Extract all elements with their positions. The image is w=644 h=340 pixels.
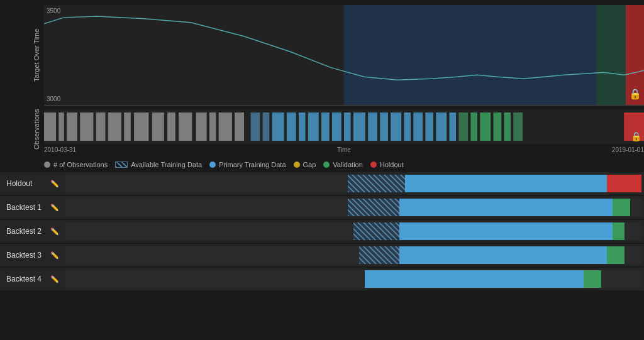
y-labels: Target Over Time Observations — [0, 5, 44, 157]
seg-hatch-2 — [353, 222, 399, 240]
legend-label-validation: Validation — [333, 161, 363, 168]
svg-rect-6 — [124, 112, 131, 141]
svg-rect-1 — [58, 112, 64, 141]
svg-rect-2 — [67, 112, 77, 141]
svg-rect-16 — [263, 112, 270, 141]
lock-icon-obs: 🔒 — [631, 131, 641, 141]
backtest-label-4: Backtest 4 — [0, 275, 50, 283]
bar-container-1 — [65, 199, 641, 216]
svg-rect-37 — [504, 112, 511, 141]
svg-rect-20 — [308, 112, 319, 141]
legend-label-holdout: Holdout — [380, 161, 404, 168]
legend-hatch-avail — [115, 162, 128, 168]
svg-rect-8 — [152, 112, 164, 141]
seg-blue-3 — [399, 246, 607, 264]
line-chart-svg — [44, 5, 644, 105]
backtest-row-3: Backtest 3✏️ — [0, 244, 644, 266]
backtest-row-0: Holdout✏️ — [0, 172, 644, 195]
svg-rect-29 — [413, 112, 423, 141]
edit-icon-4[interactable]: ✏️ — [50, 275, 65, 283]
svg-rect-11 — [196, 112, 207, 141]
seg-blue-0 — [405, 175, 607, 192]
legend-item-obs: # of Observations — [44, 161, 108, 168]
svg-rect-3 — [80, 112, 93, 141]
y-label-observations: Observations — [33, 111, 40, 148]
time-axis: 2010-03-31 Time 2019-01-01 — [44, 144, 644, 155]
svg-rect-14 — [235, 112, 244, 141]
backtest-label-0: Holdout — [0, 179, 50, 188]
obs-chart: 🔒 — [44, 109, 644, 144]
svg-rect-21 — [321, 112, 330, 141]
svg-rect-34 — [470, 112, 477, 141]
legend-dot-gap — [294, 162, 300, 168]
backtest-row-2: Backtest 2✏️ — [0, 220, 644, 243]
legend-item-holdout-legend: Holdout — [370, 161, 404, 168]
backtest-label-1: Backtest 1 — [0, 203, 50, 212]
bar-container-3 — [65, 246, 641, 264]
charts-section: Target Over Time Observations 3500 3000 … — [0, 0, 644, 157]
seg-green-3 — [607, 246, 624, 264]
legend-dot-obs — [44, 162, 50, 168]
svg-rect-7 — [134, 112, 148, 141]
legend-label-primary: Primary Training Data — [219, 161, 286, 168]
svg-rect-0 — [44, 112, 56, 141]
svg-rect-22 — [332, 112, 341, 141]
seg-blue-4 — [365, 270, 584, 288]
legend-dot-primary — [209, 162, 216, 168]
svg-rect-5 — [108, 112, 121, 141]
legend-item-primary: Primary Training Data — [209, 161, 286, 168]
backtest-label-2: Backtest 2 — [0, 227, 50, 236]
svg-rect-9 — [167, 112, 175, 141]
svg-rect-28 — [404, 112, 411, 141]
bar-container-4 — [65, 270, 641, 288]
legend-item-gap: Gap — [294, 161, 316, 168]
bar-container-0 — [65, 175, 641, 192]
seg-green-2 — [613, 222, 624, 240]
svg-rect-31 — [436, 112, 447, 141]
svg-rect-13 — [219, 112, 232, 141]
time-center: Time — [337, 146, 351, 153]
svg-rect-17 — [272, 112, 284, 141]
line-chart: 3500 3000 🔒 — [44, 5, 644, 106]
backtest-row-4: Backtest 4✏️ — [0, 268, 644, 290]
svg-rect-30 — [425, 112, 433, 141]
svg-rect-23 — [344, 112, 351, 141]
svg-rect-18 — [287, 112, 296, 141]
seg-hatch-0 — [348, 175, 406, 192]
legend-label-obs: # of Observations — [53, 161, 108, 168]
svg-rect-35 — [480, 112, 491, 141]
svg-rect-32 — [449, 112, 456, 141]
legend-dot-validation — [323, 162, 330, 168]
svg-rect-36 — [493, 112, 501, 141]
legend-label-avail: Available Training Data — [131, 161, 202, 168]
seg-blue-2 — [399, 222, 613, 240]
charts-area: 3500 3000 🔒 — [44, 5, 644, 157]
seg-green-4 — [584, 270, 601, 288]
svg-rect-33 — [458, 112, 468, 141]
obs-chart-svg — [44, 109, 644, 144]
main-container: Target Over Time Observations 3500 3000 … — [0, 0, 644, 340]
edit-icon-1[interactable]: ✏️ — [50, 204, 65, 212]
time-end: 2019-01-01 — [612, 146, 644, 153]
y-label-target: Target Over Time — [33, 5, 40, 106]
svg-rect-10 — [179, 112, 192, 141]
svg-rect-4 — [96, 112, 106, 141]
svg-rect-19 — [299, 112, 306, 141]
time-start: 2010-03-31 — [44, 146, 76, 153]
backtest-row-1: Backtest 1✏️ — [0, 196, 644, 219]
backtest-label-3: Backtest 3 — [0, 251, 50, 260]
svg-rect-27 — [391, 112, 401, 141]
legend-item-avail: Available Training Data — [115, 161, 202, 168]
edit-icon-3[interactable]: ✏️ — [50, 251, 65, 260]
edit-icon-0[interactable]: ✏️ — [50, 180, 65, 188]
edit-icon-2[interactable]: ✏️ — [50, 228, 65, 236]
svg-rect-24 — [353, 112, 365, 141]
legend-label-gap: Gap — [303, 161, 316, 168]
seg-green-1 — [613, 199, 630, 216]
svg-rect-12 — [209, 112, 216, 141]
seg-hatch-1 — [348, 199, 399, 216]
legend-item-validation: Validation — [323, 161, 363, 168]
svg-rect-15 — [251, 112, 260, 141]
seg-blue-1 — [399, 199, 613, 216]
backtests-section: Holdout✏️Backtest 1✏️Backtest 2✏️Backtes… — [0, 172, 644, 340]
